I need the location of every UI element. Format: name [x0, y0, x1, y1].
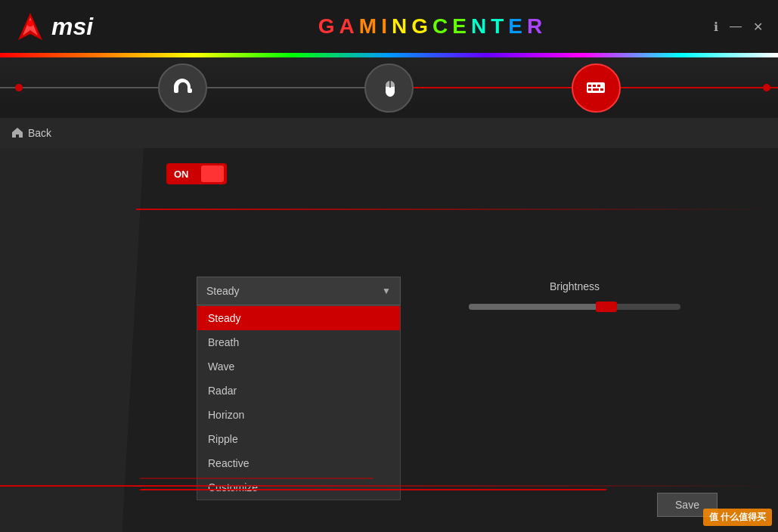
dropdown-area: Steady ▼ Steady Breath Wave Radar Horizo…: [197, 277, 401, 500]
brightness-track: [469, 304, 617, 310]
svg-rect-7: [588, 85, 591, 87]
dropdown-option-horizon[interactable]: Horizon: [197, 403, 400, 427]
logo-area: msi: [0, 11, 151, 42]
minimize-button[interactable]: —: [730, 20, 742, 33]
brightness-area: Brightness: [469, 280, 680, 310]
deco-left-panel: [0, 148, 144, 532]
navbar: [0, 57, 778, 118]
toggle-container: ON: [166, 163, 227, 184]
dragon-icon: [15, 11, 45, 42]
nav-tab-headset[interactable]: [158, 63, 207, 113]
svg-rect-11: [593, 88, 599, 91]
nav-line-right: [621, 87, 779, 88]
msi-logo: msi: [15, 11, 93, 42]
svg-rect-12: [600, 88, 603, 91]
dropdown-option-breath[interactable]: Breath: [197, 330, 400, 354]
deco-line-top: [136, 209, 778, 210]
nav-dot-left: [15, 84, 23, 91]
dropdown-option-wave[interactable]: Wave: [197, 354, 400, 379]
dropdown-option-reactive[interactable]: Reactive: [197, 451, 400, 475]
back-label: Back: [28, 127, 51, 139]
save-label: Save: [675, 499, 699, 511]
accent-diagonal-1: [139, 489, 607, 490]
nav-tab-mouse[interactable]: [364, 63, 414, 113]
nav-line-mid2: [414, 87, 572, 88]
accent-diagonal-2: [139, 478, 374, 479]
brightness-label: Brightness: [469, 280, 680, 292]
svg-point-2: [27, 20, 33, 26]
title-letter-g: G: [318, 14, 339, 39]
mouse-icon: [378, 76, 401, 99]
deco-line-bottom: [0, 485, 778, 487]
keyboard-icon: [584, 76, 607, 99]
brightness-slider[interactable]: [469, 304, 680, 310]
titlebar: msi GAMING CENTER ℹ — ✕: [0, 0, 778, 53]
svg-rect-3: [174, 88, 178, 93]
close-button[interactable]: ✕: [753, 20, 763, 34]
dropdown-option-steady[interactable]: Steady: [197, 306, 400, 330]
svg-rect-9: [597, 85, 600, 87]
svg-rect-10: [588, 88, 591, 91]
window-controls: ℹ — ✕: [714, 20, 778, 34]
dropdown-option-radar[interactable]: Radar: [197, 379, 400, 403]
nav-tab-keyboard[interactable]: [572, 63, 621, 113]
watermark: 值 什么值得买: [703, 509, 772, 526]
svg-rect-6: [587, 82, 605, 93]
home-icon: [11, 127, 23, 139]
nav-dot-right: [763, 84, 770, 91]
backbar: Back: [0, 118, 778, 148]
power-toggle[interactable]: ON: [166, 163, 227, 184]
msi-text-logo: msi: [51, 13, 93, 41]
gaming-center-title: GAMING CENTER: [151, 14, 714, 39]
dropdown-selected-value: Steady: [206, 285, 240, 297]
brightness-thumb: [596, 302, 617, 312]
nav-line-left: [0, 87, 158, 88]
headset-icon: [171, 76, 194, 99]
nav-line-mid1: [207, 87, 365, 88]
chevron-down-icon: ▼: [382, 286, 391, 296]
svg-rect-8: [593, 85, 596, 87]
toggle-label: ON: [174, 169, 189, 180]
toggle-knob: [201, 165, 224, 182]
back-button[interactable]: Back: [11, 127, 51, 139]
svg-rect-4: [188, 88, 192, 93]
dropdown-list: Steady Breath Wave Radar Horizon Ripple …: [197, 305, 401, 500]
effect-dropdown[interactable]: Steady ▼: [197, 277, 401, 305]
info-button[interactable]: ℹ: [714, 20, 718, 34]
main-content: ON Steady ▼ Steady Breath Wave Radar Hor…: [0, 148, 778, 532]
dropdown-option-ripple[interactable]: Ripple: [197, 427, 400, 451]
